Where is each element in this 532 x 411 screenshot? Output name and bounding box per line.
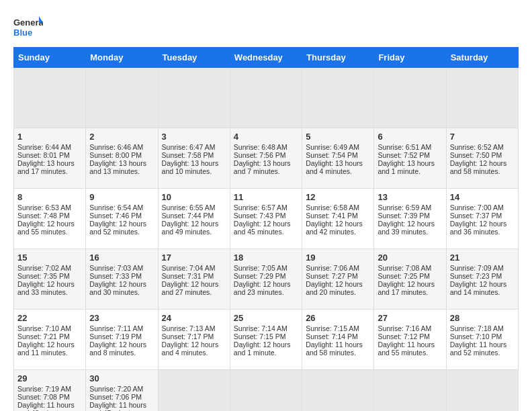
day-info: Sunset: 7:56 PM bbox=[234, 151, 298, 159]
day-number: 4 bbox=[234, 132, 298, 142]
logo: General Blue bbox=[13, 13, 43, 40]
day-number: 7 bbox=[450, 132, 515, 142]
day-info: Sunrise: 6:51 AM bbox=[378, 143, 442, 151]
day-info: Sunrise: 7:11 AM bbox=[89, 324, 154, 332]
day-info: and 11 minutes. bbox=[17, 349, 82, 357]
calendar-day-cell: 4Sunrise: 6:48 AMSunset: 7:56 PMDaylight… bbox=[230, 128, 302, 189]
calendar-day-cell: 1Sunrise: 6:44 AMSunset: 8:01 PMDaylight… bbox=[14, 128, 86, 189]
day-info: Sunrise: 7:03 AM bbox=[89, 264, 154, 272]
day-number: 12 bbox=[306, 192, 370, 202]
day-info: Sunrise: 6:47 AM bbox=[162, 143, 226, 151]
day-info: and 10 minutes. bbox=[162, 167, 226, 175]
day-number: 19 bbox=[306, 253, 370, 263]
day-info: Sunset: 7:10 PM bbox=[450, 332, 515, 340]
page-header: General Blue bbox=[13, 13, 519, 40]
day-number: 5 bbox=[306, 132, 370, 142]
day-info: Daylight: 13 hours bbox=[234, 159, 298, 167]
calendar-week-row: 15Sunrise: 7:02 AMSunset: 7:35 PMDayligh… bbox=[14, 249, 519, 310]
day-info: Sunset: 7:06 PM bbox=[89, 393, 154, 401]
calendar-day-cell: 29Sunrise: 7:19 AMSunset: 7:08 PMDayligh… bbox=[14, 370, 86, 412]
day-info: and 27 minutes. bbox=[162, 288, 226, 296]
day-info: Sunrise: 7:06 AM bbox=[306, 264, 370, 272]
day-info: Daylight: 13 hours bbox=[17, 159, 82, 167]
weekday-header-sunday: Sunday bbox=[14, 48, 86, 68]
day-info: Daylight: 12 hours bbox=[234, 280, 298, 288]
calendar-day-cell: 20Sunrise: 7:08 AMSunset: 7:25 PMDayligh… bbox=[374, 249, 446, 310]
day-info: and 33 minutes. bbox=[17, 288, 82, 296]
day-number: 29 bbox=[17, 373, 82, 383]
day-number: 23 bbox=[89, 313, 154, 323]
day-info: Sunrise: 6:48 AM bbox=[234, 143, 298, 151]
day-info: Daylight: 12 hours bbox=[89, 340, 154, 349]
day-info: Sunset: 7:15 PM bbox=[234, 332, 298, 340]
day-info: Sunset: 7:23 PM bbox=[450, 272, 515, 280]
calendar-day-cell bbox=[230, 370, 302, 412]
day-info: Sunset: 7:48 PM bbox=[17, 212, 82, 220]
day-info: Sunrise: 6:46 AM bbox=[89, 143, 154, 151]
day-info: Sunrise: 6:44 AM bbox=[17, 143, 82, 151]
calendar-day-cell: 15Sunrise: 7:02 AMSunset: 7:35 PMDayligh… bbox=[14, 249, 86, 310]
day-info: and 1 minute. bbox=[378, 167, 442, 175]
day-info: Sunset: 7:14 PM bbox=[306, 332, 370, 340]
day-info: and 39 minutes. bbox=[378, 228, 442, 236]
calendar-table: SundayMondayTuesdayWednesdayThursdayFrid… bbox=[13, 47, 519, 411]
day-info: Sunrise: 6:54 AM bbox=[89, 203, 154, 212]
day-info: Daylight: 12 hours bbox=[162, 280, 226, 288]
calendar-day-cell bbox=[158, 370, 230, 412]
day-info: Daylight: 12 hours bbox=[162, 340, 226, 349]
day-number: 16 bbox=[89, 253, 154, 263]
day-number: 26 bbox=[306, 313, 370, 323]
calendar-day-cell: 5Sunrise: 6:49 AMSunset: 7:54 PMDaylight… bbox=[302, 128, 374, 189]
day-info: Sunset: 7:54 PM bbox=[306, 151, 370, 159]
day-number: 8 bbox=[17, 192, 82, 202]
day-number: 10 bbox=[162, 192, 226, 202]
day-info: Sunset: 7:58 PM bbox=[162, 151, 226, 159]
weekday-header-thursday: Thursday bbox=[302, 48, 374, 68]
calendar-day-cell: 10Sunrise: 6:55 AMSunset: 7:44 PMDayligh… bbox=[158, 189, 230, 249]
day-info: Sunrise: 7:04 AM bbox=[162, 264, 226, 272]
day-info: and 58 minutes. bbox=[450, 167, 515, 175]
day-number: 21 bbox=[450, 253, 515, 263]
day-info: Sunset: 7:17 PM bbox=[162, 332, 226, 340]
day-info: and 42 minutes. bbox=[306, 228, 370, 236]
day-info: and 55 minutes. bbox=[378, 349, 442, 357]
day-number: 20 bbox=[378, 253, 442, 263]
day-info: Sunset: 7:12 PM bbox=[378, 332, 442, 340]
day-info: Sunrise: 6:52 AM bbox=[450, 143, 515, 151]
day-info: Sunset: 8:01 PM bbox=[17, 151, 82, 159]
day-info: Sunset: 8:00 PM bbox=[89, 151, 154, 159]
day-info: Sunrise: 6:57 AM bbox=[234, 203, 298, 212]
day-info: Sunset: 7:25 PM bbox=[378, 272, 442, 280]
day-info: and 7 minutes. bbox=[234, 167, 298, 175]
day-info: Sunset: 7:31 PM bbox=[162, 272, 226, 280]
day-info: Sunset: 7:46 PM bbox=[89, 212, 154, 220]
day-info: Daylight: 11 hours bbox=[89, 401, 154, 409]
day-info: Daylight: 12 hours bbox=[450, 159, 515, 167]
day-info: Sunset: 7:50 PM bbox=[450, 151, 515, 159]
calendar-week-row: 29Sunrise: 7:19 AMSunset: 7:08 PMDayligh… bbox=[14, 370, 519, 412]
weekday-header-saturday: Saturday bbox=[446, 48, 518, 68]
day-number: 28 bbox=[450, 313, 515, 323]
calendar-week-row: 1Sunrise: 6:44 AMSunset: 8:01 PMDaylight… bbox=[14, 128, 519, 189]
calendar-day-cell: 19Sunrise: 7:06 AMSunset: 7:27 PMDayligh… bbox=[302, 249, 374, 310]
day-info: Sunrise: 7:13 AM bbox=[162, 324, 226, 332]
day-info: Sunset: 7:44 PM bbox=[162, 212, 226, 220]
day-info: Daylight: 13 hours bbox=[306, 159, 370, 167]
day-info: Daylight: 11 hours bbox=[306, 340, 370, 349]
calendar-body: 1Sunrise: 6:44 AMSunset: 8:01 PMDaylight… bbox=[14, 68, 519, 412]
day-info: Sunrise: 7:08 AM bbox=[378, 264, 442, 272]
day-number: 24 bbox=[162, 313, 226, 323]
calendar-day-cell: 30Sunrise: 7:20 AMSunset: 7:06 PMDayligh… bbox=[86, 370, 158, 412]
calendar-day-cell bbox=[446, 68, 518, 128]
day-info: Sunrise: 7:16 AM bbox=[378, 324, 442, 332]
day-number: 1 bbox=[17, 132, 82, 142]
calendar-day-cell: 18Sunrise: 7:05 AMSunset: 7:29 PMDayligh… bbox=[230, 249, 302, 310]
calendar-day-cell: 27Sunrise: 7:16 AMSunset: 7:12 PMDayligh… bbox=[374, 310, 446, 370]
day-info: Sunrise: 7:18 AM bbox=[450, 324, 515, 332]
day-number: 27 bbox=[378, 313, 442, 323]
svg-text:Blue: Blue bbox=[13, 28, 32, 38]
day-info: Daylight: 11 hours bbox=[17, 401, 82, 409]
day-info: Sunrise: 6:53 AM bbox=[17, 203, 82, 212]
weekday-header-monday: Monday bbox=[86, 48, 158, 68]
day-number: 14 bbox=[450, 192, 515, 202]
